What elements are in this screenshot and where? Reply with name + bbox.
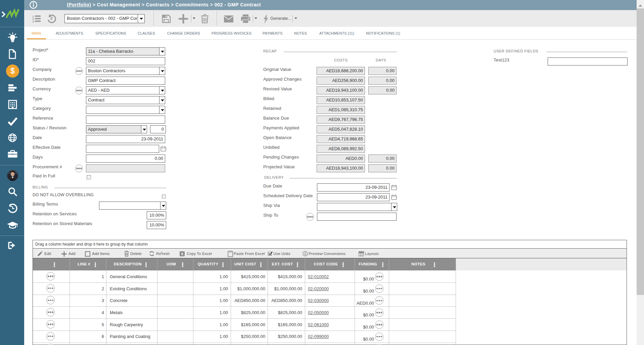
svg-text:X: X [181, 252, 183, 256]
svg-text:$: $ [304, 252, 306, 256]
svg-text:3: 3 [33, 20, 34, 23]
